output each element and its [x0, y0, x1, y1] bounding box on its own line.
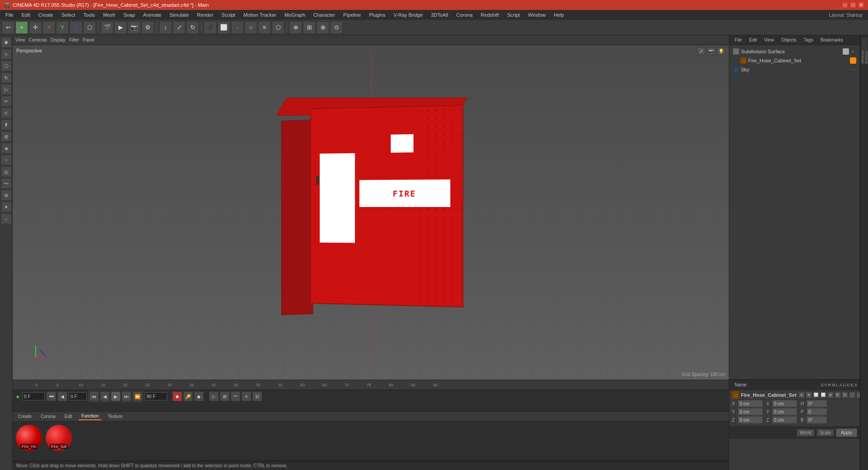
attr-check-other4[interactable]: ⊞ — [835, 392, 841, 398]
obj-tab-tags[interactable]: Tags — [801, 37, 816, 43]
flag-s[interactable]: S — [821, 383, 823, 387]
obj-tab-file[interactable]: File — [732, 37, 745, 43]
tool-polygon[interactable]: ▷ — [1, 84, 12, 95]
attr-check-other5[interactable]: ⊟ — [842, 392, 848, 398]
toolbar-polygon-mode[interactable]: ⬛ — [204, 21, 217, 34]
toolbar-point-mode[interactable]: · — [231, 21, 244, 34]
menu-file[interactable]: File — [2, 11, 17, 19]
y-pos-input-2[interactable] — [772, 408, 797, 415]
menu-pipeline[interactable]: Pipeline — [340, 11, 364, 19]
tool-knife[interactable]: ✂ — [1, 96, 12, 107]
timeline-layer-btn[interactable]: ⊞ — [220, 391, 230, 401]
tool-scale[interactable]: ⬡ — [1, 61, 12, 71]
toolbar-new-object[interactable]: + — [15, 21, 28, 34]
flag-l[interactable]: L — [836, 383, 838, 387]
menu-3dtoall[interactable]: 3DToAll — [427, 11, 452, 19]
minimize-button[interactable]: ─ — [842, 2, 848, 8]
mat-tab-corona[interactable]: Corona — [38, 413, 58, 420]
toolbar-select-move[interactable]: ✛ — [29, 21, 42, 34]
tool-select[interactable]: ✱ — [1, 37, 12, 48]
timeline-motion-clip-btn[interactable]: ▷ — [209, 391, 219, 401]
apply-button[interactable]: Apply — [836, 428, 857, 437]
viewport-display-menu[interactable]: Display — [51, 38, 66, 42]
toolbar-render-settings[interactable]: ⚙ — [142, 21, 154, 34]
z-pos-input[interactable] — [738, 416, 763, 423]
attr-check-editor[interactable]: ● — [798, 392, 805, 398]
flag-e[interactable]: E — [851, 383, 854, 387]
menu-character[interactable]: Character — [310, 11, 339, 19]
viewport-panel-menu[interactable]: Panel — [83, 38, 94, 42]
obj-tab-objects[interactable]: Objects — [778, 37, 799, 43]
toolbar-scale-tool[interactable]: ⤢ — [173, 21, 185, 34]
menu-corona[interactable]: Corona — [453, 11, 476, 19]
material-item-2[interactable]: Fire_Saf — [45, 424, 72, 451]
timeline-frame-left-btn[interactable]: ◀◀ — [46, 391, 56, 401]
timeline-settings-btn[interactable]: ⊟ — [252, 391, 262, 401]
material-ball-1[interactable]: Fire_Ho — [15, 424, 42, 451]
toolbar-object-mode[interactable]: ○ — [245, 21, 257, 34]
tool-spline[interactable]: 〜 — [1, 178, 12, 189]
flag-m[interactable]: M — [832, 383, 835, 387]
menu-sculpt[interactable]: Sculpt — [218, 11, 239, 19]
menu-mesh[interactable]: Mesh — [99, 11, 119, 19]
menu-script[interactable]: Script — [504, 11, 524, 19]
strip-attribute-browser[interactable]: Attribute Browser — [861, 37, 868, 64]
close-button[interactable]: ✕ — [858, 2, 864, 8]
viewport-camera-icon[interactable]: 📷 — [707, 47, 715, 55]
toolbar-render-region[interactable]: 🎬 — [101, 21, 113, 34]
mat-tab-edit[interactable]: Edit — [62, 413, 75, 420]
attr-check-other6[interactable]: → — [849, 392, 855, 398]
timeline-dope-sheet-btn[interactable]: ≡ — [241, 391, 251, 401]
material-item-1[interactable]: Fire_Ho — [15, 424, 42, 451]
x-pos-input[interactable] — [738, 400, 763, 407]
attr-check-other3[interactable]: ◈ — [827, 392, 834, 398]
viewport-view-menu[interactable]: View — [15, 38, 25, 42]
b-rot-input[interactable] — [807, 416, 827, 423]
toolbar-rotate-z[interactable]: Z — [70, 21, 82, 34]
viewport-maximize-icon[interactable]: ⤢ — [697, 47, 705, 55]
toolbar-undo[interactable]: ↩ — [2, 21, 14, 34]
material-ball-2[interactable]: Fire_Saf — [45, 424, 72, 451]
menu-help[interactable]: Help — [550, 11, 568, 19]
toolbar-texture-mode[interactable]: ≡ — [258, 21, 271, 34]
timeline-current-frame-input[interactable] — [22, 392, 45, 400]
toolbar-rotate-tool[interactable]: ↻ — [186, 21, 199, 34]
timeline-fcurve-btn[interactable]: 〜 — [231, 391, 241, 401]
attr-check-other1[interactable]: ⬜ — [813, 392, 819, 398]
attr-check-render[interactable]: ● — [806, 392, 812, 398]
obj-tab-bookmarks[interactable]: Bookmarks — [818, 37, 846, 43]
object-item-fire-hose[interactable]: ◻ Fire_Hose_Cabinet_Set — [738, 56, 858, 65]
menu-render[interactable]: Render — [193, 11, 217, 19]
toolbar-vertex-snap[interactable]: ⊗ — [316, 21, 329, 34]
flag-x[interactable]: X — [854, 383, 857, 387]
toolbar-snap-enable[interactable]: ⊕ — [289, 21, 302, 34]
attr-tab-name[interactable]: Name — [732, 381, 750, 388]
menu-redshift[interactable]: Redshift — [477, 11, 502, 19]
tool-loop-select[interactable]: ○ — [1, 155, 12, 165]
timeline-record-btn[interactable]: ⏺ — [172, 391, 182, 401]
tool-bridge[interactable]: ⊂ — [1, 108, 12, 118]
viewport[interactable]: View Cameras Display Filter Panel Perspe… — [13, 35, 729, 380]
menu-simulate[interactable]: Simulate — [166, 11, 193, 19]
timeline-autokey-btn[interactable]: 🔑 — [183, 391, 193, 401]
menu-plugins[interactable]: Plugins — [365, 11, 389, 19]
flag-a[interactable]: A — [839, 383, 842, 387]
timeline-end-btn[interactable]: ⏩ — [132, 391, 142, 401]
menu-mograph[interactable]: MoGraph — [281, 11, 309, 19]
object-item-sky[interactable]: ○ Sky ⋯ — [731, 65, 858, 74]
flag-g[interactable]: G — [843, 383, 846, 387]
toolbar-render-to-picture-viewer[interactable]: 📷 — [128, 21, 141, 34]
timeline-keyframe-btn[interactable]: ◆ — [194, 391, 204, 401]
obj-tab-edit[interactable]: Edit — [746, 37, 760, 43]
world-label[interactable]: World — [797, 429, 815, 437]
tool-inset[interactable]: ⊞ — [1, 131, 12, 142]
scale-label[interactable]: Scale — [816, 429, 834, 437]
menu-edit[interactable]: Edit — [18, 11, 34, 19]
y-pos-input[interactable] — [738, 408, 763, 415]
viewport-cameras-menu[interactable]: Cameras — [29, 38, 47, 42]
object-item-subdivision[interactable]: ⬡ Subdivision Surface ✓ — [731, 47, 858, 56]
attr-check-other2[interactable]: ⬜ — [820, 392, 826, 398]
menu-animate[interactable]: Animate — [140, 11, 165, 19]
mat-tab-create[interactable]: Create — [15, 413, 34, 420]
toolbar-rotate-x[interactable]: X — [42, 21, 55, 34]
